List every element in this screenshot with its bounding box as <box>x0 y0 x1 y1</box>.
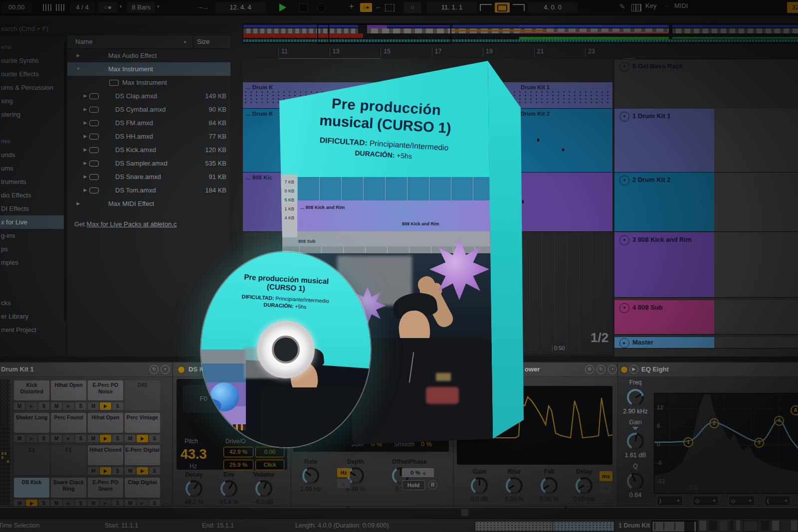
expand-arrow-icon[interactable]: ▶ <box>81 183 89 197</box>
knob-value[interactable]: 1.09 Hz <box>295 486 326 493</box>
pad-solo-button[interactable]: S <box>38 402 49 410</box>
pad-overview[interactable] <box>0 379 10 505</box>
track-fold-button[interactable]: ▼ <box>619 176 629 185</box>
file-row[interactable]: ▼ Max Instrument <box>67 62 230 76</box>
save-preset-icon[interactable]: ▪ <box>161 365 170 374</box>
pad-play-button[interactable] <box>63 435 74 442</box>
drum-pad[interactable]: Snare Crack Ring M S <box>51 478 86 509</box>
knob[interactable] <box>302 467 319 484</box>
pad-solo-button[interactable]: S <box>112 402 123 410</box>
sidebar-item[interactable]: ps <box>0 242 66 256</box>
beat-time-ruler[interactable]: 11131517192123 <box>278 48 647 57</box>
tone-value[interactable]: 0.00 <box>255 447 284 457</box>
device-thumb[interactable] <box>709 521 717 531</box>
pad-mute-button[interactable]: M <box>88 435 99 442</box>
arrangement-overview[interactable] <box>243 23 798 43</box>
track-name[interactable]: 3 808 Kick and Rim <box>632 236 692 243</box>
master-track-header[interactable]: ▶ Master 0 6.0 <box>614 337 798 348</box>
drum-pad[interactable]: Kick Distorted M S <box>14 380 49 411</box>
pad-play-button[interactable] <box>100 467 111 475</box>
pad-play-button[interactable] <box>100 402 111 410</box>
sidebar-scrollbar[interactable] <box>64 41 66 321</box>
sidebar-item[interactable]: ourite Effects <box>0 67 66 81</box>
tempo-field[interactable]: 00.00 <box>1 2 32 13</box>
eq-band-node[interactable]: 1 <box>683 437 693 447</box>
knob[interactable] <box>186 480 202 497</box>
clip-view-toggle[interactable] <box>461 509 468 516</box>
column-size[interactable]: Size <box>197 35 209 48</box>
sidebar-item[interactable]: mples <box>0 256 66 269</box>
drum-pad[interactable]: F1 M S <box>51 445 86 476</box>
expand-arrow-icon[interactable]: ▶ <box>81 116 89 130</box>
track-name[interactable]: 4 808 Sub <box>632 304 663 311</box>
knob-group[interactable]: Fall 0.00 % <box>533 468 566 503</box>
tap-tempo-icon[interactable] <box>43 4 52 11</box>
knob-value[interactable]: 0.00 ms <box>568 496 600 503</box>
knob[interactable] <box>471 477 488 494</box>
sidebar-item[interactable]: xing <box>0 94 66 108</box>
pad-name[interactable]: Clap Digital <box>125 478 160 498</box>
file-row[interactable]: ▶ DS Kick.amxd 120 KB <box>67 143 230 157</box>
pad-name[interactable]: Snare Crack Ring <box>51 478 86 498</box>
device-thumb[interactable] <box>782 521 788 531</box>
pad-play-button[interactable] <box>100 435 111 442</box>
quantize-dropdown-icon[interactable]: ▼ <box>156 4 160 9</box>
follower-title[interactable]: ower <box>525 365 540 373</box>
device-thumb[interactable] <box>761 521 769 531</box>
eq-on-led[interactable] <box>620 366 628 373</box>
pad-solo-button[interactable]: S <box>149 467 160 475</box>
file-list-header[interactable]: Name ▲ Size <box>67 35 230 49</box>
sidebar-item[interactable]: DI Effects <box>0 202 66 215</box>
knob-value[interactable]: 47.4 % <box>212 499 245 506</box>
save-preset-icon[interactable]: ▪ <box>608 365 617 374</box>
click-button[interactable]: Click <box>255 460 284 470</box>
drum-pad[interactable]: Hihat Open M S <box>88 413 123 444</box>
loop-length-field[interactable]: 4. 0. 0 <box>528 2 578 13</box>
drum-pad[interactable]: E-Perc Digital M S <box>125 445 160 476</box>
play-button[interactable] <box>279 3 286 11</box>
pad-name[interactable]: E-Perc Digital <box>125 445 160 465</box>
eq-title[interactable]: EQ Eight <box>641 365 669 373</box>
phase-slider[interactable]: 0 % ◀ <box>402 468 434 477</box>
sidebar-item[interactable]: ries <box>0 135 66 148</box>
decay2-value[interactable]: 25.9 % <box>223 460 253 470</box>
drum-pad[interactable]: Hihat Open M S <box>51 380 86 411</box>
sidebar-item[interactable]: g-ins <box>0 229 66 242</box>
eq-band-node[interactable]: 2 <box>709 418 719 428</box>
knob-value[interactable]: 0.00 % <box>533 496 566 503</box>
file-row[interactable]: Max Instrument <box>67 76 230 89</box>
pad-solo-button[interactable]: S <box>112 435 123 442</box>
file-row[interactable]: ▶ DS Clap.amxd 149 KB <box>67 89 230 103</box>
file-row[interactable]: ▶ DS Cymbal.amxd 90 KB <box>67 103 230 116</box>
track-name-area[interactable]: ▼ 4 808 Sub <box>614 300 714 335</box>
punch-out-icon[interactable] <box>513 4 525 11</box>
pad-name[interactable]: D#2 <box>125 380 160 410</box>
knob-value[interactable]: -6.0 dB <box>247 499 280 506</box>
drum-pad[interactable]: Clap Digital M S <box>125 478 160 509</box>
eq-gain-value[interactable]: 1.61 dB <box>615 452 655 459</box>
time-signature-field[interactable]: 4 / 4 <box>70 2 95 13</box>
file-row[interactable]: ▶ Max MIDI Effect <box>67 197 230 210</box>
delay-ms-button[interactable]: ms <box>599 471 612 481</box>
knob[interactable] <box>255 480 272 497</box>
track-fold-button[interactable]: ▼ <box>619 112 629 122</box>
expand-arrow-icon[interactable]: ▶ <box>81 130 89 143</box>
track-fold-button[interactable]: ▼ <box>619 303 629 313</box>
pad-play-button[interactable] <box>63 402 74 410</box>
record-button[interactable] <box>317 3 326 12</box>
knob-group[interactable]: Gain 0.0 dB <box>463 468 496 503</box>
eq-band-node[interactable]: 3 <box>754 438 764 448</box>
expand-arrow-icon[interactable]: ▶ <box>81 143 89 157</box>
sidebar-item[interactable]: truments <box>0 175 66 188</box>
q-knob[interactable] <box>627 473 644 490</box>
knob[interactable] <box>220 480 237 497</box>
filter-type-dropdown[interactable]: ( ▼ <box>765 496 791 506</box>
freq-knob[interactable] <box>627 389 644 406</box>
metronome-dropdown-icon[interactable]: ▼ <box>119 4 123 9</box>
device-thumb[interactable] <box>772 521 779 531</box>
pad-name[interactable]: Kick Distorted <box>14 380 49 400</box>
track-header[interactable]: ▼ 1 Drum Kit 1 1 S ◐ -13.5 C <box>614 109 798 172</box>
device-thumb[interactable] <box>730 521 733 531</box>
drum-pad[interactable]: E-Perc PO Noise M S <box>88 380 123 411</box>
knob-group[interactable]: Delay 0.00 ms <box>568 468 600 503</box>
